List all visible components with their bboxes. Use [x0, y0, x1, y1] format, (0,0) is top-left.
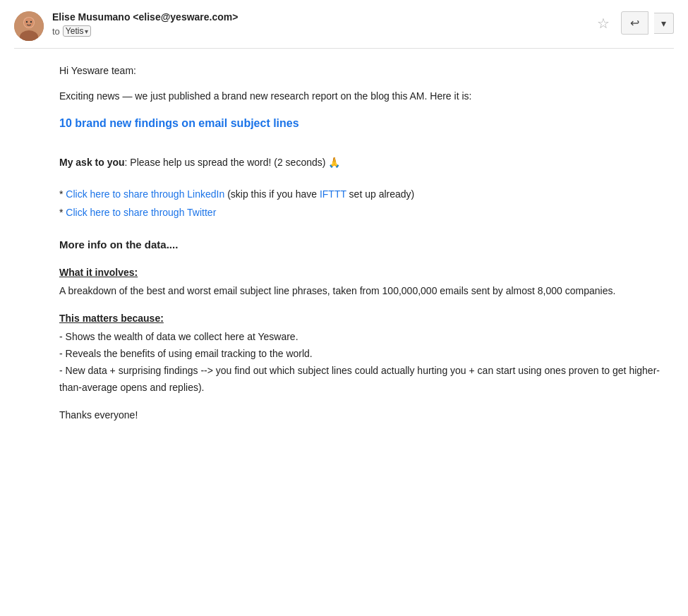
- matters-item-1: - Shows the wealth of data we collect he…: [59, 329, 667, 346]
- email-container: Elise Musumano <elise@yesware.com> to Ye…: [0, 0, 688, 449]
- matters-item-3: - New data + surprising findings --> you…: [59, 363, 667, 397]
- to-group-dropdown[interactable]: Yetis ▾: [63, 25, 92, 37]
- header-actions: ☆ ↩ ▾: [591, 11, 674, 35]
- linkedin-share-line: * Click here to share through LinkedIn (…: [59, 185, 667, 204]
- twitter-share-link[interactable]: Click here to share through Twitter: [66, 207, 216, 218]
- this-matters-section: This matters because: - Shows the wealth…: [59, 310, 667, 397]
- star-button[interactable]: ☆: [591, 12, 615, 35]
- email-body: Hi Yesware team: Exciting news — we just…: [14, 49, 674, 437]
- sender-name-email: Elise Musumano <elise@yesware.com>: [52, 11, 238, 23]
- svg-point-5: [30, 21, 32, 23]
- ask-label: My ask to you: [59, 157, 125, 168]
- research-link[interactable]: 10 brand new findings on email subject l…: [59, 114, 299, 133]
- ifttt-suffix: set up already): [346, 188, 415, 200]
- this-matters-title: This matters because:: [59, 310, 667, 326]
- matters-item-2: - Reveals the benefits of using email tr…: [59, 346, 667, 363]
- greeting: Hi Yesware team:: [59, 63, 667, 78]
- to-group-label: Yetis: [66, 26, 84, 36]
- matters-list: - Shows the wealth of data we collect he…: [59, 329, 667, 396]
- what-it-involves-title: What it involves:: [59, 265, 667, 280]
- sender-email: <elise@yesware.com>: [133, 11, 238, 23]
- sender-details: Elise Musumano <elise@yesware.com> to Ye…: [52, 11, 238, 37]
- more-info-heading: More info on the data....: [59, 236, 667, 253]
- linkedin-suffix: (skip this if you have: [224, 188, 320, 200]
- linkedin-share-link[interactable]: Click here to share through LinkedIn: [66, 188, 224, 200]
- share-links: * Click here to share through LinkedIn (…: [59, 185, 667, 222]
- intro-text: Exciting news — we just published a bran…: [59, 88, 667, 104]
- ask-text: My ask to you: Please help us spread the…: [59, 155, 667, 170]
- sender-name: Elise Musumano: [52, 11, 130, 23]
- reply-button[interactable]: ↩: [621, 11, 648, 35]
- dropdown-arrow-icon: ▾: [85, 28, 88, 35]
- to-line: to Yetis ▾: [52, 25, 238, 37]
- email-header: Elise Musumano <elise@yesware.com> to Ye…: [14, 11, 674, 49]
- what-it-involves-content: A breakdown of the best and worst email …: [59, 283, 667, 298]
- svg-point-3: [24, 18, 34, 28]
- what-it-involves-section: What it involves: A breakdown of the bes…: [59, 265, 667, 299]
- ifttt-link[interactable]: IFTTT: [320, 188, 346, 200]
- twitter-share-line: * Click here to share through Twitter: [59, 203, 667, 222]
- twitter-prefix: *: [59, 207, 66, 218]
- more-options-button[interactable]: ▾: [654, 13, 674, 34]
- to-label: to: [52, 26, 60, 37]
- sender-info: Elise Musumano <elise@yesware.com> to Ye…: [14, 11, 238, 41]
- ask-content: : Please help us spread the word! (2 sec…: [125, 157, 341, 168]
- avatar: [14, 11, 44, 41]
- thanks-text: Thanks everyone!: [59, 407, 667, 423]
- svg-point-4: [26, 21, 28, 23]
